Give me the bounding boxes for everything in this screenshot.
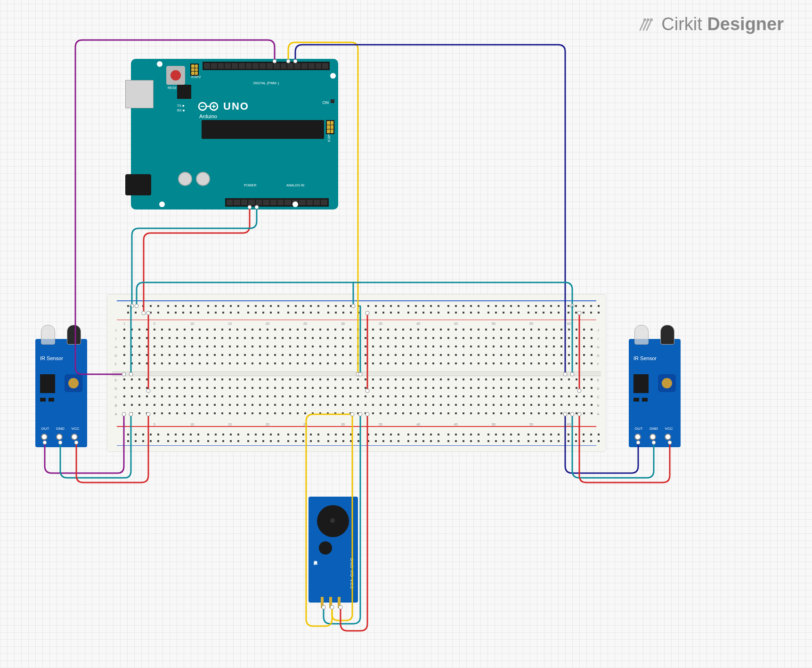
svg-rect-849 (553, 404, 555, 406)
svg-rect-286 (146, 354, 148, 356)
svg-rect-156 (422, 305, 424, 307)
svg-rect-729 (470, 378, 472, 380)
ir-out-pin[interactable] (41, 434, 48, 440)
ir-sensor-pins[interactable] (41, 434, 78, 440)
svg-rect-54 (215, 434, 217, 435)
svg-rect-460 (274, 337, 276, 339)
svg-rect-738 (478, 329, 479, 330)
svg-rect-620 (387, 354, 389, 356)
buzzer-io-pin[interactable] (329, 597, 332, 608)
svg-rect-228 (568, 305, 569, 307)
svg-rect-44 (197, 305, 199, 307)
svg-rect-816 (530, 354, 532, 356)
arduino-uno-board[interactable]: RESET ICSP2 TX ■ RX ■ UNO Arduino ON ICS… (131, 59, 338, 209)
svg-rect-393 (221, 412, 223, 414)
svg-rect-164 (438, 305, 439, 307)
svg-rect-243 (590, 440, 592, 442)
svg-rect-29 (167, 312, 169, 314)
breadboard[interactable]: 1155101015152020252530303535404045455050… (107, 294, 606, 452)
svg-rect-756 (485, 362, 487, 364)
ir-gnd-pin[interactable] (650, 434, 656, 440)
svg-rect-441 (259, 395, 261, 397)
svg-rect-422 (244, 354, 246, 356)
svg-rect-531 (327, 378, 329, 380)
svg-rect-608 (380, 354, 382, 356)
svg-rect-759 (493, 378, 495, 380)
ir-sensor-left[interactable]: IR Sensor OUT GND VCC (35, 339, 87, 447)
svg-rect-892 (583, 362, 585, 364)
sensitivity-potentiometer[interactable] (65, 374, 82, 392)
svg-rect-24 (157, 305, 159, 307)
ir-gnd-pin[interactable] (56, 434, 63, 440)
ir-out-pin[interactable] (634, 434, 641, 440)
svg-rect-22 (150, 434, 152, 435)
svg-rect-735 (470, 404, 472, 406)
svg-rect-894 (591, 329, 593, 330)
svg-rect-447 (267, 378, 268, 380)
svg-rect-518 (312, 362, 314, 364)
svg-rect-48 (207, 305, 209, 307)
svg-rect-701 (447, 395, 449, 397)
svg-rect-698 (447, 337, 449, 339)
svg-rect-696 (447, 329, 449, 330)
icsp2-header (190, 64, 199, 76)
svg-rect-544 (334, 346, 336, 347)
svg-rect-787 (508, 404, 510, 406)
svg-rect-719 (463, 378, 464, 380)
svg-rect-413 (236, 404, 238, 406)
svg-rect-256 (123, 362, 125, 364)
buzzer-pins[interactable] (321, 597, 341, 608)
svg-rect-203 (510, 440, 512, 442)
svg-rect-172 (455, 305, 457, 307)
svg-rect-887 (583, 387, 585, 389)
svg-rect-465 (274, 404, 276, 406)
svg-rect-711 (455, 395, 457, 397)
buzzer-gnd-pin[interactable] (321, 597, 324, 608)
board-name: UNO (223, 100, 249, 113)
svg-rect-783 (508, 387, 510, 389)
svg-rect-869 (568, 404, 570, 406)
svg-rect-903 (591, 412, 593, 414)
svg-rect-721 (463, 387, 464, 389)
ir-sensor-right[interactable]: IR Sensor OUT GND VCC (629, 339, 681, 447)
ir-vcc-pin[interactable] (71, 434, 78, 440)
buzzer-vcc-pin[interactable] (338, 597, 341, 608)
svg-rect-84 (277, 305, 279, 307)
svg-rect-434 (252, 362, 253, 364)
sensitivity-potentiometer[interactable] (658, 374, 676, 392)
svg-rect-695 (440, 412, 442, 414)
power-analog-pin-header[interactable] (225, 198, 329, 207)
svg-rect-437 (259, 378, 261, 380)
ir-vcc-pin[interactable] (665, 434, 671, 440)
svg-rect-194 (495, 434, 497, 435)
svg-rect-622 (387, 362, 389, 364)
svg-rect-567 (349, 395, 351, 397)
svg-rect-672 (425, 354, 427, 356)
svg-rect-144 (398, 305, 399, 307)
svg-rect-482 (289, 346, 291, 347)
svg-rect-646 (410, 337, 412, 339)
svg-rect-154 (415, 434, 417, 435)
svg-rect-624 (395, 329, 397, 330)
reset-button[interactable] (166, 66, 185, 85)
svg-rect-807 (523, 404, 525, 406)
svg-rect-725 (463, 404, 464, 406)
svg-rect-357 (199, 387, 201, 389)
buzzer-module[interactable]: 发声元件模块 GND I/O VCC (309, 497, 358, 603)
svg-rect-324 (176, 337, 178, 339)
digital-pin-header[interactable] (203, 62, 330, 70)
svg-rect-392 (221, 362, 223, 364)
svg-text:B: B (115, 404, 117, 407)
svg-rect-94 (295, 434, 297, 435)
svg-rect-556 (342, 354, 344, 356)
mounting-hole (157, 61, 162, 67)
svg-rect-448 (267, 337, 268, 339)
svg-rect-454 (267, 362, 268, 364)
svg-rect-533 (327, 387, 329, 389)
svg-rect-378 (214, 346, 216, 347)
design-canvas[interactable]: Cirkit Designer RESET ICSP2 TX ■ RX ■ UN… (0, 0, 812, 668)
ir-sensor-pins[interactable] (634, 434, 671, 440)
svg-rect-724 (463, 354, 464, 356)
svg-rect-189 (487, 312, 489, 314)
svg-rect-791 (515, 378, 517, 380)
